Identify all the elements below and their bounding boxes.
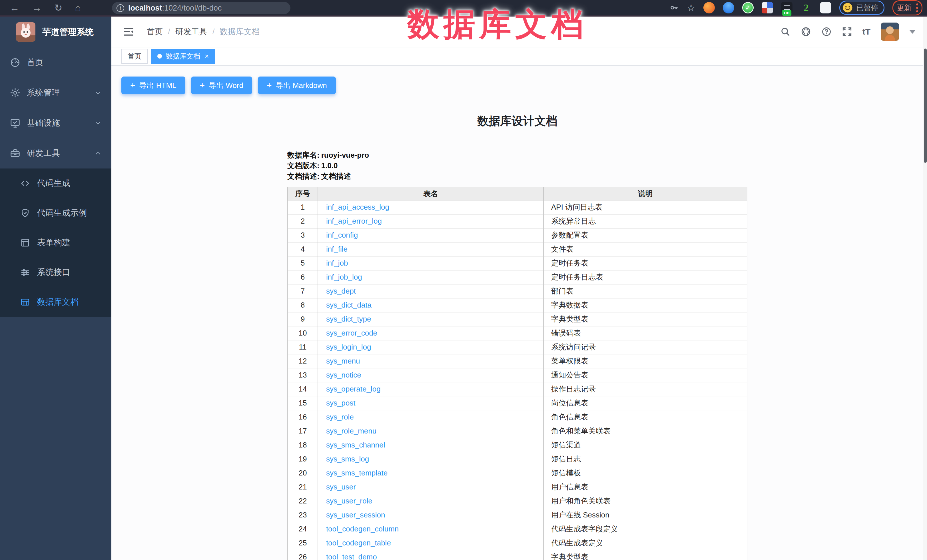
extension-icon[interactable] — [723, 2, 734, 14]
sidebar-logo-row[interactable]: 芋道管理系统 — [0, 17, 111, 47]
forward-icon[interactable]: → — [32, 3, 42, 12]
extension-icon[interactable] — [704, 2, 715, 14]
font-size-icon[interactable]: tT — [862, 27, 871, 36]
sidebar-subitem-1[interactable]: 代码生成 — [0, 168, 111, 198]
extension-grid-icon[interactable] — [761, 2, 773, 14]
table-name-link[interactable]: sys_login_log — [326, 343, 371, 351]
table-name-link[interactable]: tool_codegen_table — [326, 539, 391, 547]
page-scrollbar[interactable] — [923, 17, 927, 560]
fullscreen-icon[interactable] — [842, 27, 852, 37]
export-button-1[interactable]: +导出 HTML — [122, 76, 185, 94]
table-name-link[interactable]: sys_role_menu — [326, 426, 376, 435]
search-icon[interactable] — [780, 27, 790, 37]
sidebar-subitem-label: 代码生成 — [37, 178, 70, 189]
table-name-link[interactable]: sys_operate_log — [326, 385, 381, 393]
table-row: 18sys_sms_channel短信渠道 — [287, 438, 747, 452]
bookmark-star-icon[interactable]: ☆ — [687, 2, 695, 14]
tables-overview-table: 序号表名说明 1inf_api_access_logAPI 访问日志表2inf_… — [287, 187, 748, 560]
table-name-link[interactable]: sys_notice — [326, 371, 361, 379]
meta-label: 数据库名: — [287, 151, 319, 159]
table-name-link[interactable]: sys_dict_type — [326, 315, 371, 323]
table-name-link[interactable]: inf_api_error_log — [326, 217, 382, 225]
table-name-link[interactable]: sys_user — [326, 483, 356, 491]
row-index: 26 — [287, 550, 318, 560]
home-icon[interactable]: ⌂ — [75, 3, 81, 12]
table-name-cell: sys_sms_channel — [318, 438, 544, 452]
sidebar-subitem-2[interactable]: 代码生成示例 — [0, 198, 111, 228]
table-name-link[interactable]: tool_test_demo — [326, 552, 377, 560]
close-icon[interactable]: × — [205, 53, 209, 60]
row-index: 15 — [287, 396, 318, 410]
table-name-cell: inf_api_access_log — [318, 200, 544, 214]
back-icon[interactable]: ← — [10, 3, 20, 12]
table-row: 21sys_user用户信息表 — [287, 480, 747, 494]
breadcrumb-item[interactable]: 研发工具 — [175, 26, 207, 37]
shield-check-icon — [20, 208, 30, 218]
app-logo — [16, 22, 35, 42]
reload-icon[interactable]: ↻ — [54, 3, 62, 12]
sidebar-subitem-label: 代码生成示例 — [37, 207, 87, 219]
extensions-puzzle-icon[interactable] — [820, 2, 831, 14]
doc-meta-line: 数据库名:ruoyi-vue-pro — [287, 150, 748, 161]
table-name-link[interactable]: tool_codegen_column — [326, 525, 399, 533]
export-button-2[interactable]: +导出 Word — [191, 76, 252, 94]
table-name-link[interactable]: inf_api_access_log — [326, 203, 389, 211]
table-name-link[interactable]: sys_dict_data — [326, 301, 372, 309]
table-name-link[interactable]: sys_sms_channel — [326, 441, 385, 449]
browser-menu-icon[interactable] — [916, 3, 918, 12]
table-name-link[interactable]: sys_menu — [326, 357, 360, 365]
table-name-link[interactable]: sys_dept — [326, 287, 356, 295]
tab-item[interactable]: 首页 — [122, 49, 147, 64]
extension-check-icon[interactable]: ✓ — [742, 2, 754, 14]
row-index: 18 — [287, 438, 318, 452]
sidebar-subitem-4[interactable]: 系统接口 — [0, 258, 111, 287]
table-name-link[interactable]: inf_file — [326, 245, 348, 253]
table-name-link[interactable]: sys_sms_template — [326, 469, 388, 477]
extension-icon[interactable]: 2 — [801, 2, 812, 14]
sidebar-item-monitor[interactable]: 基础设施 — [0, 108, 111, 138]
scrollbar-thumb[interactable] — [924, 49, 927, 163]
table-desc-cell: 字典类型表 — [544, 550, 747, 560]
sidebar-item-gear[interactable]: 系统管理 — [0, 78, 111, 108]
row-index: 13 — [287, 368, 318, 382]
sidebar-item-toolbox[interactable]: 研发工具 — [0, 138, 111, 168]
table-desc-cell: 代码生成表字段定义 — [544, 522, 747, 536]
row-index: 24 — [287, 522, 318, 536]
table-name-link[interactable]: sys_error_code — [326, 329, 377, 337]
table-name-link[interactable]: sys_post — [326, 399, 356, 407]
sidebar-subitem-3[interactable]: 表单构建 — [0, 228, 111, 258]
column-header: 说明 — [544, 187, 747, 200]
site-info-icon[interactable]: i — [117, 4, 124, 12]
table-name-link[interactable]: inf_job — [326, 259, 348, 267]
collapse-sidebar-icon[interactable] — [123, 26, 134, 37]
sidebar-subitem-label: 数据库文档 — [37, 296, 79, 308]
export-button-3[interactable]: +导出 Markdown — [258, 76, 336, 94]
chevron-down-icon[interactable] — [909, 30, 916, 34]
user-avatar[interactable] — [881, 23, 899, 41]
table-name-link[interactable]: inf_job_log — [326, 273, 362, 281]
password-key-icon[interactable] — [669, 3, 679, 12]
table-desc-cell: 通知公告表 — [544, 368, 747, 382]
row-index: 10 — [287, 326, 318, 340]
table-desc-cell: 错误码表 — [544, 326, 747, 340]
breadcrumb-item[interactable]: 首页 — [147, 26, 163, 37]
tab-active[interactable]: 数据库文档× — [151, 49, 215, 64]
sidebar-item-gauge[interactable]: 首页 — [0, 47, 111, 78]
table-name-link[interactable]: inf_config — [326, 231, 358, 239]
browser-profile-chip[interactable]: 已暂停 — [839, 1, 884, 15]
table-name-link[interactable]: sys_sms_log — [326, 455, 369, 463]
browser-update-chip[interactable]: 更新 — [892, 0, 922, 15]
help-icon[interactable] — [821, 27, 831, 37]
table-name-link[interactable]: sys_user_session — [326, 511, 385, 519]
table-desc-cell: 短信模板 — [544, 466, 747, 480]
table-icon — [20, 297, 30, 307]
sidebar-subitem-5[interactable]: 数据库文档 — [0, 287, 111, 317]
db-doc: 数据库设计文档 数据库名:ruoyi-vue-pro文档版本:1.0.0文档描述… — [287, 113, 748, 560]
gauge-icon — [10, 57, 21, 68]
table-name-link[interactable]: sys_user_role — [326, 496, 372, 505]
address-bar[interactable]: i localhost:1024/tool/db-doc — [112, 2, 290, 14]
github-icon[interactable] — [801, 27, 811, 37]
table-name-link[interactable]: sys_role — [326, 413, 354, 421]
table-desc-cell: 角色和菜单关联表 — [544, 424, 747, 438]
extension-icon[interactable]: on — [781, 2, 792, 14]
